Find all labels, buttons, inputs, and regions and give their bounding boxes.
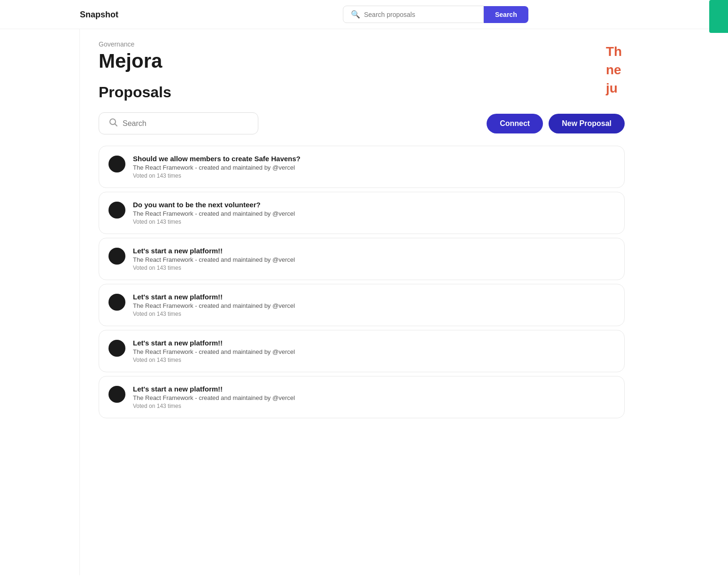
top-bar: Snapshot 🔍 Search [0,0,728,29]
proposal-votes: Voted on 143 times [133,311,295,317]
proposal-votes: Voted on 143 times [133,403,295,409]
notification-panel: Thneju [596,33,728,107]
top-search-button[interactable]: Search [484,6,528,23]
proposal-card[interactable]: Let's start a new platform!! The React F… [99,376,625,418]
search-icon: 🔍 [351,10,360,19]
proposal-list: Should we allow members to create Safe H… [99,146,625,418]
action-buttons: Connect New Proposal [487,114,625,133]
proposal-avatar [108,340,125,357]
connect-button[interactable]: Connect [487,114,543,133]
proposal-subtitle: The React Framework - created and mainta… [133,256,295,263]
proposal-card[interactable]: Let's start a new platform!! The React F… [99,330,625,372]
proposal-info: Let's start a new platform!! The React F… [133,339,295,363]
right-edge-accent [709,0,728,33]
proposal-title: Let's start a new platform!! [133,339,295,347]
proposals-heading: Proposals [99,84,625,101]
action-bar: Connect New Proposal [99,112,625,134]
proposal-card[interactable]: Let's start a new platform!! The React F… [99,238,625,280]
proposal-avatar [108,248,125,265]
sidebar [0,29,80,575]
proposal-title: Let's start a new platform!! [133,293,295,301]
proposal-votes: Voted on 143 times [133,265,295,271]
proposal-subtitle: The React Framework - created and mainta… [133,164,301,171]
proposal-subtitle: The React Framework - created and mainta… [133,348,295,355]
proposal-avatar [108,294,125,311]
proposal-votes: Voted on 143 times [133,219,295,225]
proposal-info: Let's start a new platform!! The React F… [133,293,295,317]
proposal-avatar [108,386,125,403]
proposal-subtitle: The React Framework - created and mainta… [133,302,295,309]
proposals-search-box [99,112,258,134]
proposals-search-input[interactable] [123,119,248,128]
proposal-info: Do you want to be the next volunteer? Th… [133,201,295,225]
top-search-wrapper: 🔍 [343,6,484,23]
proposal-title: Let's start a new platform!! [133,385,295,393]
new-proposal-button[interactable]: New Proposal [549,114,625,133]
proposal-subtitle: The React Framework - created and mainta… [133,210,295,217]
proposal-title: Let's start a new platform!! [133,247,295,255]
proposals-search-icon [108,117,118,129]
main-content: Governance Mejora Proposals Connect New … [80,29,643,575]
svg-line-1 [115,124,117,126]
proposal-card[interactable]: Do you want to be the next volunteer? Th… [99,192,625,234]
proposal-card[interactable]: Let's start a new platform!! The React F… [99,284,625,326]
proposal-avatar [108,156,125,172]
top-search-input[interactable] [364,11,476,18]
app-title: Snapshot [80,9,118,19]
notification-text: Thneju [606,42,719,98]
proposal-avatar [108,202,125,219]
top-search-bar: 🔍 Search [343,6,528,23]
space-title: Mejora [99,50,625,72]
proposal-subtitle: The React Framework - created and mainta… [133,394,295,401]
proposal-info: Should we allow members to create Safe H… [133,155,301,179]
proposal-title: Should we allow members to create Safe H… [133,155,301,163]
governance-label: Governance [99,40,625,48]
proposal-title: Do you want to be the next volunteer? [133,201,295,209]
proposal-votes: Voted on 143 times [133,357,295,363]
proposal-card[interactable]: Should we allow members to create Safe H… [99,146,625,188]
main-layout: Governance Mejora Proposals Connect New … [0,29,728,575]
proposal-info: Let's start a new platform!! The React F… [133,385,295,409]
proposal-info: Let's start a new platform!! The React F… [133,247,295,271]
proposal-votes: Voted on 143 times [133,172,301,179]
